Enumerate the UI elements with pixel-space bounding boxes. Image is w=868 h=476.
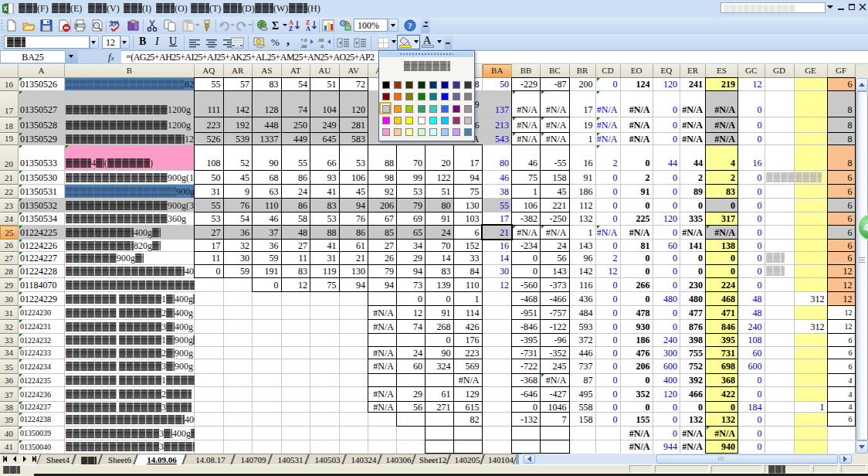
svg-text:.0: .0 — [320, 43, 324, 49]
svg-text:Z: Z — [289, 26, 293, 32]
svg-text:+.0: +.0 — [300, 37, 307, 42]
svg-text:.00: .00 — [300, 43, 307, 49]
svg-text:A: A — [306, 26, 310, 32]
svg-text:.00: .00 — [317, 37, 324, 42]
svg-text:?: ? — [408, 21, 412, 30]
